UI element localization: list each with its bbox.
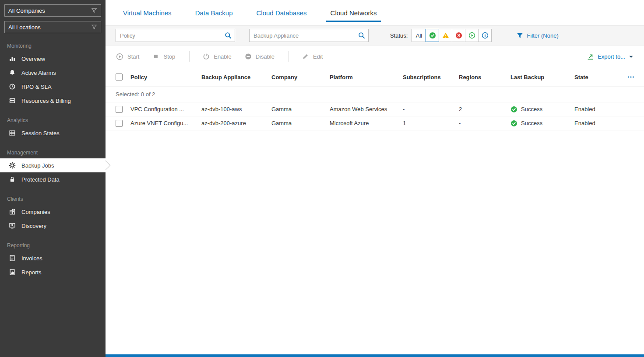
funnel-icon — [517, 32, 523, 39]
sidebar-item-discovery[interactable]: Discovery — [0, 219, 106, 233]
column-options-icon[interactable] — [627, 75, 640, 79]
cell-platform: Amazon Web Services — [330, 106, 403, 112]
sidebar: All Companies All Locations Monitoring O… — [0, 0, 106, 357]
cell-policy: Azure VNET Configu... — [130, 120, 201, 126]
section-label-monitoring: Monitoring — [0, 40, 106, 50]
export-button[interactable]: Export to... — [587, 53, 633, 60]
buildings-icon — [9, 208, 16, 215]
monitor-magnifier-icon — [9, 222, 16, 229]
info-status-icon — [482, 32, 489, 39]
sidebar-item-resources-billing[interactable]: Resources & Billing — [0, 94, 106, 108]
tab-cloud-networks[interactable]: Cloud Networks — [326, 5, 381, 22]
tab-bar: Virtual Machines Data Backup Cloud Datab… — [106, 0, 644, 25]
column-header-appliance[interactable]: Backup Appliance — [201, 74, 271, 80]
edit-button[interactable]: Edit — [302, 53, 323, 60]
status-filter-all-button[interactable]: All — [412, 29, 426, 42]
tab-data-backup[interactable]: Data Backup — [191, 5, 237, 22]
row-checkbox[interactable] — [116, 120, 123, 127]
column-header-company[interactable]: Company — [271, 74, 330, 80]
search-icon[interactable] — [358, 32, 365, 39]
status-filter-group: All — [412, 29, 492, 42]
locations-filter-dropdown[interactable]: All Locations — [4, 21, 101, 33]
sidebar-item-session-states[interactable]: Session States — [0, 126, 106, 140]
section-label-clients: Clients — [0, 193, 106, 203]
column-header-last-backup[interactable]: Last Backup — [510, 74, 574, 80]
appliance-search — [249, 29, 369, 42]
filter-none-button[interactable]: Filter (None) — [517, 32, 558, 39]
app-window: All Companies All Locations Monitoring O… — [0, 0, 644, 357]
server-stack-icon — [9, 97, 16, 104]
running-status-icon — [468, 32, 475, 39]
cell-subscriptions: 1 — [403, 120, 459, 126]
minus-circle-icon — [245, 53, 252, 60]
gear-icon — [9, 162, 16, 169]
sidebar-item-label: Backup Jobs — [21, 162, 54, 169]
success-status-icon — [510, 120, 517, 127]
sidebar-item-companies[interactable]: Companies — [0, 205, 106, 219]
row-checkbox[interactable] — [116, 106, 123, 113]
companies-filter-dropdown[interactable]: All Companies — [4, 4, 101, 17]
section-label-reporting: Reporting — [0, 240, 106, 249]
success-status-icon — [429, 32, 436, 39]
sidebar-item-rpo-sla[interactable]: RPO & SLA — [0, 80, 106, 94]
filter-band: Status: All — [106, 25, 644, 46]
error-status-icon — [455, 32, 462, 39]
sidebar-item-active-alarms[interactable]: Active Alarms — [0, 66, 106, 80]
column-header-policy[interactable]: Policy — [130, 74, 201, 80]
sidebar-item-label: RPO & SLA — [21, 84, 52, 90]
sidebar-item-protected-data[interactable]: Protected Data — [0, 172, 106, 186]
table-row[interactable]: VPC Configuration ... az-dvb-100-aws Gam… — [106, 102, 644, 116]
status-filter-running-button[interactable] — [465, 29, 479, 42]
column-header-subscriptions[interactable]: Subscriptions — [403, 74, 459, 80]
sidebar-item-label: Invoices — [21, 255, 42, 262]
sidebar-item-overview[interactable]: Overview — [0, 52, 106, 66]
stop-button[interactable]: Stop — [152, 53, 175, 60]
cell-last-backup: Success — [510, 106, 574, 113]
cell-platform: Microsoft Azure — [330, 120, 403, 126]
sidebar-item-backup-jobs[interactable]: Backup Jobs — [0, 158, 106, 172]
column-header-state[interactable]: State — [574, 74, 627, 80]
funnel-icon — [91, 24, 97, 30]
lock-icon — [9, 176, 16, 183]
toolbar-separator — [189, 51, 190, 62]
success-status-icon — [510, 106, 517, 113]
chevron-down-icon — [629, 55, 633, 59]
status-filter-error-button[interactable] — [452, 29, 465, 42]
policy-search-input[interactable] — [116, 29, 235, 42]
cell-appliance: az-dvb-100-aws — [201, 106, 271, 112]
grid-table-icon — [9, 130, 16, 136]
policy-search — [116, 29, 235, 42]
cell-company: Gamma — [271, 106, 330, 112]
sidebar-item-label: Reports — [21, 269, 42, 276]
sidebar-item-label: Overview — [21, 56, 45, 62]
tab-virtual-machines[interactable]: Virtual Machines — [119, 5, 176, 22]
sidebar-item-label: Session States — [21, 130, 60, 136]
sidebar-item-label: Discovery — [21, 223, 46, 229]
sidebar-item-label: Companies — [21, 209, 50, 215]
cell-subscriptions: - — [403, 106, 459, 112]
appliance-search-input[interactable] — [249, 29, 369, 42]
clock-icon — [9, 83, 16, 90]
status-label: Status: — [390, 32, 408, 39]
status-filter-success-button[interactable] — [426, 29, 439, 42]
cell-state: Enabled — [574, 120, 627, 126]
column-header-regions[interactable]: Regions — [459, 74, 510, 80]
enable-button[interactable]: Enable — [203, 53, 231, 60]
search-icon[interactable] — [225, 32, 232, 39]
disable-button[interactable]: Disable — [245, 53, 274, 60]
power-icon — [203, 53, 210, 60]
actions-toolbar: Start Stop Enable Disable Edit — [106, 46, 644, 67]
cell-appliance: az-dvb-200-azure — [201, 120, 271, 126]
select-all-checkbox[interactable] — [116, 74, 123, 80]
sidebar-item-reports[interactable]: Reports — [0, 265, 106, 279]
table-row[interactable]: Azure VNET Configu... az-dvb-200-azure G… — [106, 116, 644, 130]
warning-status-icon — [442, 32, 449, 39]
status-filter-warning-button[interactable] — [439, 29, 452, 42]
cell-regions: - — [459, 120, 510, 126]
status-filter-info-button[interactable] — [478, 29, 492, 42]
companies-filter-label: All Companies — [8, 7, 45, 14]
column-header-platform[interactable]: Platform — [330, 74, 403, 80]
sidebar-item-invoices[interactable]: Invoices — [0, 251, 106, 265]
tab-cloud-databases[interactable]: Cloud Databases — [252, 5, 311, 22]
start-button[interactable]: Start — [116, 53, 139, 60]
